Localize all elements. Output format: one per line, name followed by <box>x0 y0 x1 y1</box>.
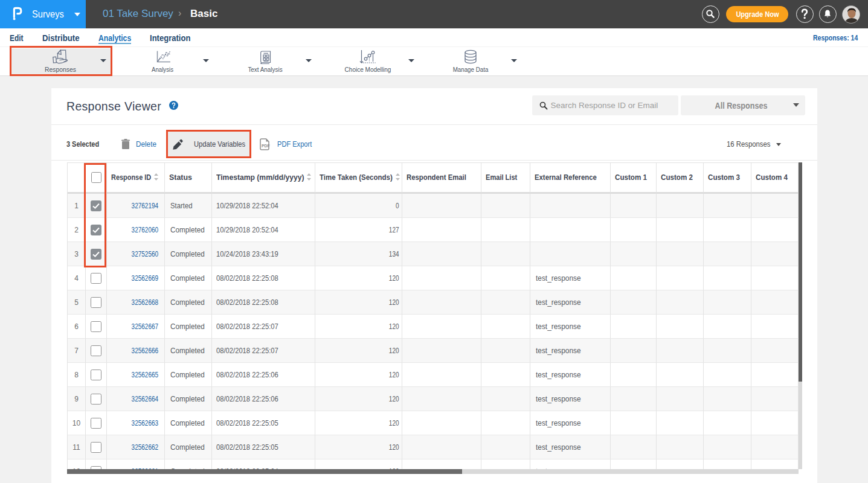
svg-text:PDF: PDF <box>262 144 270 148</box>
